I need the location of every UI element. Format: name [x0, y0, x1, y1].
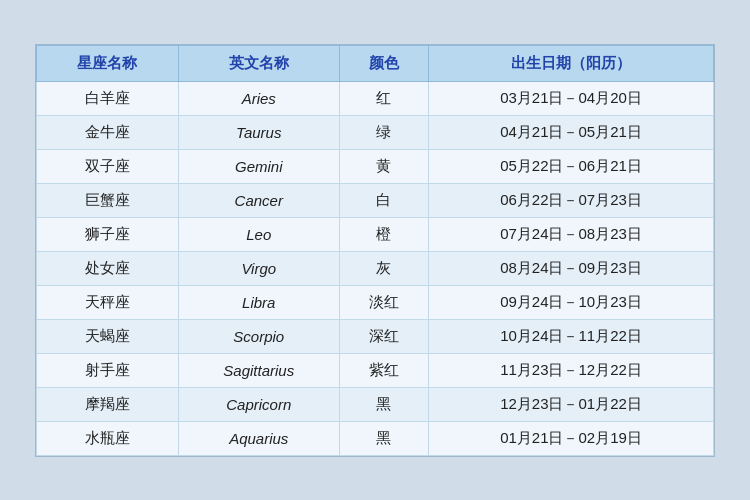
cell-r4-c3: 07月24日－08月23日	[429, 217, 714, 251]
cell-r1-c1: Taurus	[178, 115, 339, 149]
cell-r10-c0: 水瓶座	[37, 421, 179, 455]
cell-r9-c1: Capricorn	[178, 387, 339, 421]
cell-r5-c2: 灰	[339, 251, 428, 285]
cell-r9-c3: 12月23日－01月22日	[429, 387, 714, 421]
cell-r2-c3: 05月22日－06月21日	[429, 149, 714, 183]
cell-r7-c3: 10月24日－11月22日	[429, 319, 714, 353]
zodiac-table: 星座名称 英文名称 颜色 出生日期（阳历） 白羊座Aries红03月21日－04…	[36, 45, 714, 456]
cell-r6-c0: 天秤座	[37, 285, 179, 319]
cell-r2-c0: 双子座	[37, 149, 179, 183]
cell-r10-c3: 01月21日－02月19日	[429, 421, 714, 455]
table-header-row: 星座名称 英文名称 颜色 出生日期（阳历）	[37, 45, 714, 81]
cell-r8-c2: 紫红	[339, 353, 428, 387]
cell-r4-c1: Leo	[178, 217, 339, 251]
cell-r2-c2: 黄	[339, 149, 428, 183]
cell-r3-c1: Cancer	[178, 183, 339, 217]
cell-r7-c2: 深红	[339, 319, 428, 353]
table-row: 摩羯座Capricorn黑12月23日－01月22日	[37, 387, 714, 421]
table-row: 白羊座Aries红03月21日－04月20日	[37, 81, 714, 115]
cell-r8-c3: 11月23日－12月22日	[429, 353, 714, 387]
cell-r6-c3: 09月24日－10月23日	[429, 285, 714, 319]
cell-r2-c1: Gemini	[178, 149, 339, 183]
cell-r5-c3: 08月24日－09月23日	[429, 251, 714, 285]
table-row: 狮子座Leo橙07月24日－08月23日	[37, 217, 714, 251]
cell-r9-c2: 黑	[339, 387, 428, 421]
cell-r3-c0: 巨蟹座	[37, 183, 179, 217]
table-row: 射手座Sagittarius紫红11月23日－12月22日	[37, 353, 714, 387]
table-row: 双子座Gemini黄05月22日－06月21日	[37, 149, 714, 183]
table-row: 水瓶座Aquarius黑01月21日－02月19日	[37, 421, 714, 455]
cell-r6-c2: 淡红	[339, 285, 428, 319]
cell-r1-c3: 04月21日－05月21日	[429, 115, 714, 149]
table-row: 天秤座Libra淡红09月24日－10月23日	[37, 285, 714, 319]
cell-r8-c1: Sagittarius	[178, 353, 339, 387]
table-row: 天蝎座Scorpio深红10月24日－11月22日	[37, 319, 714, 353]
cell-r3-c2: 白	[339, 183, 428, 217]
cell-r4-c2: 橙	[339, 217, 428, 251]
cell-r8-c0: 射手座	[37, 353, 179, 387]
cell-r6-c1: Libra	[178, 285, 339, 319]
cell-r0-c2: 红	[339, 81, 428, 115]
zodiac-table-body: 白羊座Aries红03月21日－04月20日金牛座Taurus绿04月21日－0…	[37, 81, 714, 455]
cell-r7-c0: 天蝎座	[37, 319, 179, 353]
table-row: 金牛座Taurus绿04月21日－05月21日	[37, 115, 714, 149]
cell-r0-c3: 03月21日－04月20日	[429, 81, 714, 115]
zodiac-table-wrapper: 星座名称 英文名称 颜色 出生日期（阳历） 白羊座Aries红03月21日－04…	[35, 44, 715, 457]
cell-r5-c1: Virgo	[178, 251, 339, 285]
cell-r1-c2: 绿	[339, 115, 428, 149]
col-header-english: 英文名称	[178, 45, 339, 81]
cell-r3-c3: 06月22日－07月23日	[429, 183, 714, 217]
cell-r7-c1: Scorpio	[178, 319, 339, 353]
table-row: 巨蟹座Cancer白06月22日－07月23日	[37, 183, 714, 217]
col-header-date: 出生日期（阳历）	[429, 45, 714, 81]
cell-r0-c0: 白羊座	[37, 81, 179, 115]
cell-r9-c0: 摩羯座	[37, 387, 179, 421]
cell-r0-c1: Aries	[178, 81, 339, 115]
cell-r10-c1: Aquarius	[178, 421, 339, 455]
col-header-chinese: 星座名称	[37, 45, 179, 81]
cell-r4-c0: 狮子座	[37, 217, 179, 251]
table-row: 处女座Virgo灰08月24日－09月23日	[37, 251, 714, 285]
col-header-color: 颜色	[339, 45, 428, 81]
cell-r1-c0: 金牛座	[37, 115, 179, 149]
cell-r10-c2: 黑	[339, 421, 428, 455]
cell-r5-c0: 处女座	[37, 251, 179, 285]
